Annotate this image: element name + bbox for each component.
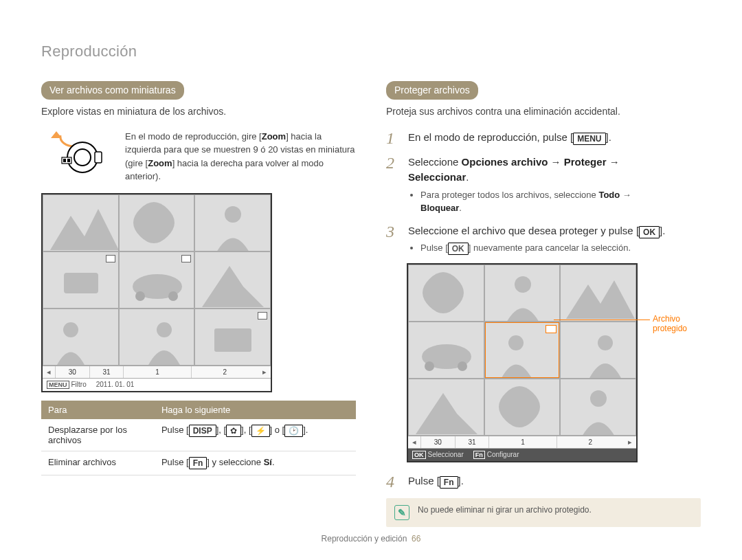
text: Pulse [ bbox=[161, 425, 189, 435]
thumb-cell bbox=[119, 251, 195, 309]
step-3: 3 Seleccione el archivo que desea proteg… bbox=[386, 223, 701, 256]
text: ] o [ bbox=[270, 425, 285, 435]
flash-key-icon bbox=[251, 425, 270, 437]
svg-point-11 bbox=[135, 291, 145, 301]
disp-key: DISP bbox=[189, 425, 216, 437]
page-num: 30 bbox=[420, 436, 455, 448]
step-1: 1 En el modo de reproducción, pulse [MEN… bbox=[386, 130, 701, 146]
text: Pulse [ bbox=[161, 457, 189, 467]
table-header-para: Para bbox=[41, 401, 155, 419]
info-icon: ✎ bbox=[394, 505, 409, 520]
page-num: 2 bbox=[556, 436, 624, 448]
section-pill-thumbnails: Ver archivos como miniaturas bbox=[41, 81, 184, 100]
svg-point-17 bbox=[515, 276, 531, 293]
svg-point-21 bbox=[458, 361, 467, 371]
text: En el modo de reproducción, pulse [ bbox=[408, 131, 573, 143]
fn-key: Fn bbox=[440, 476, 458, 489]
step-2: 2 Seleccione Opciones archivo → Proteger… bbox=[386, 155, 701, 215]
svg-point-23 bbox=[598, 335, 613, 350]
opt-archivo: Opciones archivo bbox=[462, 156, 548, 168]
lcd-page-strip: ◂ 30 31 1 2 ▸ bbox=[408, 436, 636, 448]
step-number: 1 bbox=[386, 130, 400, 146]
page-footer: Reproducción y edición 66 bbox=[0, 534, 742, 544]
lcd-bottom-bar: OKSeleccionar FnConfigurar bbox=[408, 448, 636, 461]
thumb-cell bbox=[408, 322, 484, 379]
row-delete-action: Pulse [Fn] y seleccione Sí. bbox=[155, 451, 356, 475]
page-num: 30 bbox=[55, 366, 89, 378]
text: ]. bbox=[660, 225, 665, 236]
thumb-cell bbox=[194, 251, 271, 309]
svg-rect-5 bbox=[63, 159, 66, 162]
zoom-dial-illustration bbox=[41, 130, 115, 175]
svg-point-22 bbox=[508, 335, 524, 350]
step-body: En el modo de reproducción, pulse [MENU]… bbox=[408, 130, 611, 146]
page-num: 31 bbox=[89, 366, 124, 378]
step-number: 2 bbox=[386, 155, 400, 215]
zoom-tip-text: En el modo de reproducción, gire [Zoom] … bbox=[125, 130, 356, 183]
text: ], [ bbox=[241, 425, 251, 435]
step-4: 4 Pulse [Fn]. bbox=[386, 473, 701, 490]
menu-key: MENU bbox=[573, 133, 605, 145]
next-arrow-icon: ▸ bbox=[258, 368, 271, 377]
lock-label: Bloquear bbox=[420, 203, 459, 213]
zoom-key-2: Zoom bbox=[148, 158, 172, 168]
svg-rect-9 bbox=[64, 273, 98, 293]
left-column: Ver archivos como miniaturas Explore vis… bbox=[41, 81, 356, 527]
svg-point-12 bbox=[168, 291, 178, 301]
menu-filter-label: MENUFiltro bbox=[47, 381, 87, 389]
text: Pulse [ bbox=[420, 243, 448, 253]
thumb-cell bbox=[560, 265, 636, 322]
arrow: → bbox=[606, 156, 619, 168]
arrow: → bbox=[548, 156, 563, 168]
svg-marker-18 bbox=[566, 280, 635, 319]
text: ]. bbox=[606, 131, 611, 143]
step-body: Seleccione el archivo que desea proteger… bbox=[408, 223, 665, 256]
prev-arrow-icon: ◂ bbox=[43, 368, 55, 377]
callout-protected-file: Archivo protegido bbox=[653, 314, 687, 333]
thumb-cell bbox=[408, 265, 484, 322]
lcd-wrap-protected: ◂ 30 31 1 2 ▸ OKSeleccionar FnConfigurar… bbox=[407, 263, 638, 462]
ok-key: OK bbox=[448, 243, 469, 255]
fn-key-tag: Fn bbox=[473, 451, 485, 459]
svg-marker-13 bbox=[202, 266, 264, 307]
step-body: Pulse [Fn]. bbox=[408, 473, 464, 490]
text: . bbox=[466, 171, 469, 183]
yes-text: Sí bbox=[264, 457, 272, 467]
step-3-sub: Pulse [OK] nuevamente para cancelar la s… bbox=[420, 241, 665, 255]
next-arrow-icon: ▸ bbox=[624, 438, 636, 447]
thumb-cell bbox=[484, 379, 561, 436]
macro-key-icon bbox=[226, 425, 241, 437]
text: Seleccione bbox=[408, 156, 462, 168]
zoom-key-1: Zoom bbox=[262, 131, 286, 142]
lcd-date: 2011. 01. 01 bbox=[96, 381, 135, 389]
step-number: 3 bbox=[386, 223, 400, 256]
fn-key: Fn bbox=[189, 457, 207, 469]
note-text: No puede eliminar ni girar un archivo pr… bbox=[418, 505, 592, 520]
breadcrumb: Reproducción bbox=[41, 43, 701, 60]
thumb-cell bbox=[560, 379, 636, 436]
svg-point-2 bbox=[74, 149, 91, 166]
thumb-cell bbox=[408, 379, 484, 436]
text: ]. bbox=[303, 425, 308, 435]
lcd-thumbnail-grid-2: ◂ 30 31 1 2 ▸ OKSeleccionar FnConfigurar bbox=[407, 263, 638, 462]
thumb-cell bbox=[484, 265, 561, 322]
svg-point-15 bbox=[157, 322, 172, 337]
text: . bbox=[272, 457, 275, 467]
text: ], [ bbox=[216, 425, 226, 435]
thumb-cell bbox=[43, 251, 119, 309]
table-header-do: Haga lo siguiente bbox=[155, 401, 356, 419]
page-num: 1 bbox=[123, 366, 190, 378]
select-label: Seleccionar bbox=[408, 171, 466, 183]
text: Para proteger todos los archivos, selecc… bbox=[420, 190, 598, 200]
svg-point-20 bbox=[425, 361, 434, 371]
callout-line bbox=[554, 320, 650, 320]
svg-point-25 bbox=[590, 390, 607, 407]
footer-page-number: 66 bbox=[412, 534, 420, 544]
right-intro: Proteja sus archivos contra una eliminac… bbox=[386, 105, 701, 119]
table-row: Desplazarse por los archivos Pulse [DISP… bbox=[41, 419, 356, 451]
substep: Pulse [OK] nuevamente para cancelar la s… bbox=[420, 241, 665, 255]
text: ] nuevamente para cancelar la selección. bbox=[469, 243, 631, 253]
info-note: ✎ No puede eliminar ni girar un archivo … bbox=[386, 498, 701, 527]
svg-rect-6 bbox=[67, 159, 70, 162]
page-num: 31 bbox=[455, 436, 489, 448]
